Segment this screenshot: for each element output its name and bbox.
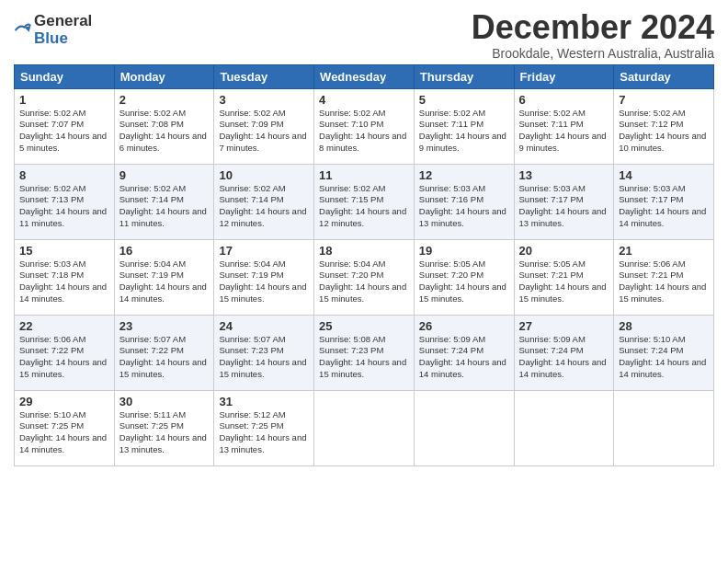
calendar-cell: 20 Sunrise: 5:05 AM Sunset: 7:21 PM Dayl… bbox=[514, 239, 614, 315]
day-number: 1 bbox=[19, 93, 109, 107]
calendar-header-wednesday: Wednesday bbox=[314, 64, 415, 88]
calendar-cell bbox=[614, 390, 714, 465]
day-number: 8 bbox=[19, 168, 109, 182]
day-number: 29 bbox=[19, 395, 109, 408]
calendar-cell: 23 Sunrise: 5:07 AM Sunset: 7:22 PM Dayl… bbox=[114, 315, 214, 390]
cell-info: Sunrise: 5:04 AM Sunset: 7:19 PM Dayligh… bbox=[119, 259, 210, 305]
cell-info: Sunrise: 5:10 AM Sunset: 7:24 PM Dayligh… bbox=[619, 334, 709, 381]
day-number: 11 bbox=[319, 168, 409, 182]
calendar-cell: 22 Sunrise: 5:06 AM Sunset: 7:22 PM Dayl… bbox=[15, 315, 115, 390]
calendar-cell: 15 Sunrise: 5:03 AM Sunset: 7:18 PM Dayl… bbox=[15, 239, 115, 315]
cell-info: Sunrise: 5:07 AM Sunset: 7:23 PM Dayligh… bbox=[219, 334, 309, 381]
calendar-cell: 19 Sunrise: 5:05 AM Sunset: 7:20 PM Dayl… bbox=[414, 239, 514, 315]
cell-info: Sunrise: 5:07 AM Sunset: 7:22 PM Dayligh… bbox=[119, 334, 210, 381]
calendar-cell: 7 Sunrise: 5:02 AM Sunset: 7:12 PM Dayli… bbox=[614, 88, 714, 164]
day-number: 16 bbox=[119, 244, 210, 258]
cell-info: Sunrise: 5:12 AM Sunset: 7:25 PM Dayligh… bbox=[219, 409, 309, 456]
calendar-cell bbox=[314, 390, 415, 465]
calendar-cell: 12 Sunrise: 5:03 AM Sunset: 7:16 PM Dayl… bbox=[414, 164, 514, 239]
day-number: 15 bbox=[19, 244, 109, 258]
calendar-cell: 21 Sunrise: 5:06 AM Sunset: 7:21 PM Dayl… bbox=[614, 239, 714, 315]
day-number: 27 bbox=[519, 319, 609, 333]
calendar-cell: 10 Sunrise: 5:02 AM Sunset: 7:14 PM Dayl… bbox=[214, 164, 314, 239]
calendar-cell: 24 Sunrise: 5:07 AM Sunset: 7:23 PM Dayl… bbox=[214, 315, 314, 390]
calendar-week-5: 29 Sunrise: 5:10 AM Sunset: 7:25 PM Dayl… bbox=[15, 390, 714, 465]
header: General Blue December 2024 Brookdale, We… bbox=[14, 9, 714, 61]
day-number: 21 bbox=[619, 244, 709, 258]
day-number: 30 bbox=[119, 395, 210, 408]
day-number: 5 bbox=[419, 93, 509, 107]
cell-info: Sunrise: 5:05 AM Sunset: 7:20 PM Dayligh… bbox=[419, 259, 509, 305]
day-number: 12 bbox=[419, 168, 509, 182]
logo-icon bbox=[14, 21, 32, 40]
cell-info: Sunrise: 5:02 AM Sunset: 7:12 PM Dayligh… bbox=[619, 108, 709, 155]
cell-info: Sunrise: 5:05 AM Sunset: 7:21 PM Dayligh… bbox=[519, 259, 609, 305]
calendar-cell: 17 Sunrise: 5:04 AM Sunset: 7:19 PM Dayl… bbox=[214, 239, 314, 315]
calendar-cell: 31 Sunrise: 5:12 AM Sunset: 7:25 PM Dayl… bbox=[214, 390, 314, 465]
day-number: 4 bbox=[319, 93, 409, 107]
cell-info: Sunrise: 5:09 AM Sunset: 7:24 PM Dayligh… bbox=[419, 334, 509, 381]
day-number: 17 bbox=[219, 244, 309, 258]
cell-info: Sunrise: 5:03 AM Sunset: 7:17 PM Dayligh… bbox=[619, 183, 709, 230]
calendar-header-monday: Monday bbox=[114, 64, 214, 88]
calendar-week-1: 1 Sunrise: 5:02 AM Sunset: 7:07 PM Dayli… bbox=[15, 88, 714, 164]
day-number: 18 bbox=[319, 244, 409, 258]
calendar-header-row: SundayMondayTuesdayWednesdayThursdayFrid… bbox=[15, 64, 714, 88]
cell-info: Sunrise: 5:04 AM Sunset: 7:20 PM Dayligh… bbox=[319, 259, 409, 305]
calendar-cell: 11 Sunrise: 5:02 AM Sunset: 7:15 PM Dayl… bbox=[314, 164, 415, 239]
calendar-cell: 1 Sunrise: 5:02 AM Sunset: 7:07 PM Dayli… bbox=[15, 88, 115, 164]
calendar-cell: 27 Sunrise: 5:09 AM Sunset: 7:24 PM Dayl… bbox=[514, 315, 614, 390]
calendar-cell: 26 Sunrise: 5:09 AM Sunset: 7:24 PM Dayl… bbox=[414, 315, 514, 390]
calendar-header-tuesday: Tuesday bbox=[214, 64, 314, 88]
calendar-cell: 28 Sunrise: 5:10 AM Sunset: 7:24 PM Dayl… bbox=[614, 315, 714, 390]
cell-info: Sunrise: 5:03 AM Sunset: 7:16 PM Dayligh… bbox=[419, 183, 509, 230]
cell-info: Sunrise: 5:02 AM Sunset: 7:13 PM Dayligh… bbox=[19, 183, 109, 230]
cell-info: Sunrise: 5:02 AM Sunset: 7:09 PM Dayligh… bbox=[219, 108, 309, 155]
calendar-cell: 16 Sunrise: 5:04 AM Sunset: 7:19 PM Dayl… bbox=[114, 239, 214, 315]
calendar-cell: 3 Sunrise: 5:02 AM Sunset: 7:09 PM Dayli… bbox=[214, 88, 314, 164]
cell-info: Sunrise: 5:08 AM Sunset: 7:23 PM Dayligh… bbox=[319, 334, 409, 381]
day-number: 26 bbox=[419, 319, 509, 333]
calendar-week-2: 8 Sunrise: 5:02 AM Sunset: 7:13 PM Dayli… bbox=[15, 164, 714, 239]
calendar-cell: 25 Sunrise: 5:08 AM Sunset: 7:23 PM Dayl… bbox=[314, 315, 415, 390]
cell-info: Sunrise: 5:09 AM Sunset: 7:24 PM Dayligh… bbox=[519, 334, 609, 381]
calendar-cell: 13 Sunrise: 5:03 AM Sunset: 7:17 PM Dayl… bbox=[514, 164, 614, 239]
calendar-cell bbox=[514, 390, 614, 465]
cell-info: Sunrise: 5:06 AM Sunset: 7:21 PM Dayligh… bbox=[619, 259, 709, 305]
day-number: 9 bbox=[119, 168, 210, 182]
calendar-cell: 18 Sunrise: 5:04 AM Sunset: 7:20 PM Dayl… bbox=[314, 239, 415, 315]
title-section: December 2024 Brookdale, Western Austral… bbox=[472, 9, 714, 61]
calendar-header-saturday: Saturday bbox=[614, 64, 714, 88]
day-number: 24 bbox=[219, 319, 309, 333]
day-number: 14 bbox=[619, 168, 709, 182]
cell-info: Sunrise: 5:04 AM Sunset: 7:19 PM Dayligh… bbox=[219, 259, 309, 305]
calendar-header-friday: Friday bbox=[514, 64, 614, 88]
day-number: 19 bbox=[419, 244, 509, 258]
calendar-header-thursday: Thursday bbox=[414, 64, 514, 88]
cell-info: Sunrise: 5:02 AM Sunset: 7:11 PM Dayligh… bbox=[519, 108, 609, 155]
cell-info: Sunrise: 5:02 AM Sunset: 7:11 PM Dayligh… bbox=[419, 108, 509, 155]
day-number: 6 bbox=[519, 93, 609, 107]
calendar-cell: 6 Sunrise: 5:02 AM Sunset: 7:11 PM Dayli… bbox=[514, 88, 614, 164]
cell-info: Sunrise: 5:02 AM Sunset: 7:08 PM Dayligh… bbox=[119, 108, 210, 155]
day-number: 3 bbox=[219, 93, 309, 107]
calendar-cell: 8 Sunrise: 5:02 AM Sunset: 7:13 PM Dayli… bbox=[15, 164, 115, 239]
calendar-header-sunday: Sunday bbox=[15, 64, 115, 88]
calendar-cell: 14 Sunrise: 5:03 AM Sunset: 7:17 PM Dayl… bbox=[614, 164, 714, 239]
day-number: 31 bbox=[219, 395, 309, 408]
day-number: 7 bbox=[619, 93, 709, 107]
page: General Blue December 2024 Brookdale, We… bbox=[0, 0, 728, 476]
cell-info: Sunrise: 5:06 AM Sunset: 7:22 PM Dayligh… bbox=[19, 334, 109, 381]
calendar-cell: 9 Sunrise: 5:02 AM Sunset: 7:14 PM Dayli… bbox=[114, 164, 214, 239]
day-number: 23 bbox=[119, 319, 210, 333]
day-number: 28 bbox=[619, 319, 709, 333]
cell-info: Sunrise: 5:11 AM Sunset: 7:25 PM Dayligh… bbox=[119, 409, 210, 456]
day-number: 25 bbox=[319, 319, 409, 333]
calendar-cell: 2 Sunrise: 5:02 AM Sunset: 7:08 PM Dayli… bbox=[114, 88, 214, 164]
day-number: 10 bbox=[219, 168, 309, 182]
day-number: 20 bbox=[519, 244, 609, 258]
calendar-cell: 4 Sunrise: 5:02 AM Sunset: 7:10 PM Dayli… bbox=[314, 88, 415, 164]
month-title: December 2024 bbox=[472, 9, 714, 46]
day-number: 13 bbox=[519, 168, 609, 182]
logo: General Blue bbox=[14, 9, 92, 47]
